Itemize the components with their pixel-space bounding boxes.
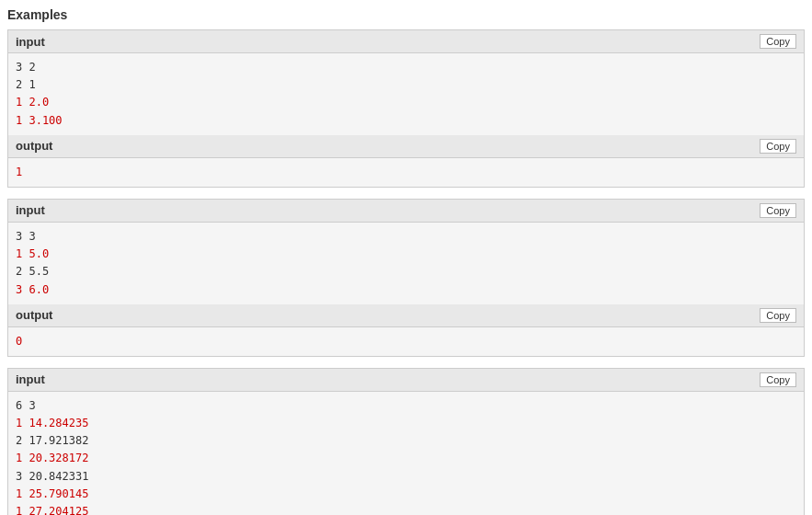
input-line: 3 20.842331 — [16, 468, 796, 486]
output-label-2: output — [16, 308, 52, 322]
output-copy-button-1[interactable]: Copy — [760, 139, 796, 154]
example-block-3: inputCopy6 31 14.2842352 17.9213821 20.3… — [7, 368, 805, 515]
input-header-3: inputCopy — [8, 369, 804, 392]
input-copy-button-1[interactable]: Copy — [760, 34, 796, 49]
input-header-1: inputCopy — [8, 30, 804, 53]
output-header-2: outputCopy — [8, 304, 804, 327]
page-title: Examples — [7, 7, 805, 22]
output-header-1: outputCopy — [8, 135, 804, 158]
output-content-1: 1 — [8, 158, 804, 187]
input-content-3: 6 31 14.2842352 17.9213821 20.3281723 20… — [8, 392, 804, 515]
input-line: 1 25.790145 — [16, 486, 796, 503]
input-line: 1 14.284235 — [16, 415, 796, 432]
input-line: 2 5.5 — [16, 263, 796, 280]
input-header-2: inputCopy — [8, 200, 804, 223]
input-line: 2 1 — [16, 76, 796, 94]
input-copy-button-2[interactable]: Copy — [760, 203, 796, 218]
output-line: 1 — [16, 164, 796, 181]
output-line: 0 — [16, 333, 796, 350]
input-copy-button-3[interactable]: Copy — [760, 372, 796, 387]
input-line: 6 3 — [16, 397, 796, 415]
input-label-3: input — [16, 372, 45, 386]
output-label-1: output — [16, 139, 52, 153]
input-content-1: 3 22 11 2.01 3.100 — [8, 53, 804, 135]
example-block-2: inputCopy3 31 5.02 5.53 6.0outputCopy0 — [7, 199, 805, 357]
output-copy-button-2[interactable]: Copy — [760, 308, 796, 323]
input-line: 1 27.204125 — [16, 503, 796, 515]
input-line: 2 17.921382 — [16, 432, 796, 450]
example-block-1: inputCopy3 22 11 2.01 3.100outputCopy1 — [7, 29, 805, 188]
output-content-2: 0 — [8, 327, 804, 356]
input-line: 1 3.100 — [16, 112, 796, 130]
input-line: 1 5.0 — [16, 246, 796, 263]
input-label-1: input — [16, 35, 45, 49]
input-line: 3 2 — [16, 59, 796, 76]
input-label-2: input — [16, 203, 45, 217]
input-line: 1 2.0 — [16, 94, 796, 111]
input-line: 3 3 — [16, 228, 796, 246]
input-content-2: 3 31 5.02 5.53 6.0 — [8, 223, 804, 304]
input-line: 3 6.0 — [16, 281, 796, 299]
input-line: 1 20.328172 — [16, 450, 796, 467]
